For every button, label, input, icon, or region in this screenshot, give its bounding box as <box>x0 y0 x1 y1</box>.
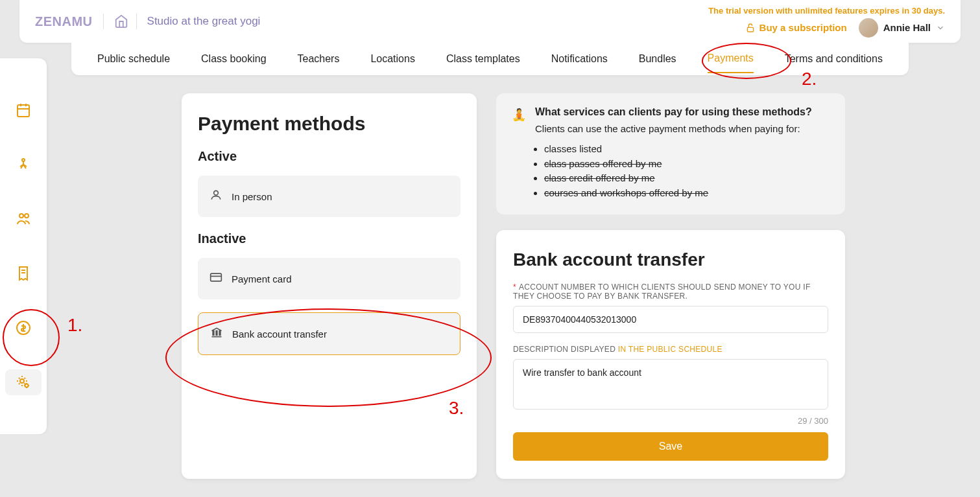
user-name: Annie Hall <box>883 22 931 33</box>
tab-class-templates[interactable]: Class templates <box>446 45 520 73</box>
payment-methods-panel: Payment methods Active In person Inactiv… <box>182 93 477 479</box>
method-in-person[interactable]: In person <box>198 176 460 217</box>
account-label: *ACCOUNT NUMBER TO WHICH CLIENTS SHOULD … <box>513 283 828 301</box>
info-list-item: courses and workshops offered by me <box>544 186 830 201</box>
bank-icon <box>210 326 223 341</box>
studio-name[interactable]: Studio at the great yogi <box>147 15 261 28</box>
annotation-label-1: 1. <box>67 315 82 336</box>
svg-point-12 <box>25 384 29 387</box>
sidebar-yoga[interactable] <box>0 152 47 178</box>
description-input[interactable] <box>513 359 828 410</box>
svg-point-13 <box>214 191 219 195</box>
yoga-icon <box>16 157 31 172</box>
svg-rect-0 <box>747 27 753 32</box>
method-bank-transfer[interactable]: Bank account transfer <box>198 312 460 355</box>
svg-rect-16 <box>213 331 214 336</box>
bank-transfer-form: Bank account transfer *ACCOUNT NUMBER TO… <box>496 230 845 479</box>
user-menu[interactable]: Annie Hall <box>859 18 945 38</box>
method-label: In person <box>232 191 272 202</box>
sidebar-people[interactable] <box>0 206 47 232</box>
method-label: Payment card <box>232 273 292 284</box>
sidebar-dollar[interactable] <box>0 315 47 341</box>
svg-point-6 <box>19 214 23 218</box>
info-list-item: class passes offered by me <box>544 157 830 172</box>
tab-payments[interactable]: Payments <box>708 45 754 73</box>
tab-public-schedule[interactable]: Public schedule <box>97 45 170 73</box>
save-button[interactable]: Save <box>513 432 828 461</box>
tab-locations[interactable]: Locations <box>370 45 415 73</box>
tab-teachers[interactable]: Teachers <box>298 45 340 73</box>
info-list-item: class credit offered by me <box>544 171 830 186</box>
method-payment-card[interactable]: Payment card <box>198 258 460 299</box>
svg-point-5 <box>22 159 25 161</box>
panel-title: Payment methods <box>198 113 460 135</box>
svg-rect-18 <box>219 331 221 336</box>
info-emoji-icon: 🧘 <box>512 108 526 122</box>
buy-subscription-link[interactable]: Buy a subscription <box>745 22 847 33</box>
settings-icon <box>16 375 31 390</box>
avatar <box>859 18 878 38</box>
calendar-icon <box>16 102 31 118</box>
divider <box>136 14 137 29</box>
svg-rect-14 <box>211 273 222 281</box>
account-number-input[interactable] <box>513 306 828 333</box>
tab-terms[interactable]: Terms and conditions <box>785 45 883 73</box>
form-title: Bank account transfer <box>513 248 708 271</box>
svg-point-7 <box>25 214 29 218</box>
trial-notice: The trial version with unlimited feature… <box>708 6 945 16</box>
card-icon <box>209 271 222 286</box>
info-box: 🧘 What services can clients pay for usin… <box>496 93 845 214</box>
svg-rect-17 <box>216 331 217 336</box>
people-icon <box>15 211 32 227</box>
info-title: What services can clients pay for using … <box>535 106 812 118</box>
svg-point-11 <box>20 379 24 383</box>
sidebar <box>0 58 47 434</box>
inactive-heading: Inactive <box>198 231 460 246</box>
person-icon <box>209 189 222 204</box>
sidebar-settings[interactable] <box>5 369 42 395</box>
info-subtitle: Clients can use the active payment metho… <box>535 123 812 134</box>
logo[interactable]: ZENAMU <box>35 14 93 29</box>
svg-rect-1 <box>18 105 29 117</box>
active-heading: Active <box>198 149 460 164</box>
lock-icon <box>745 23 756 33</box>
chevron-down-icon <box>936 23 945 32</box>
divider <box>103 14 104 29</box>
dollar-icon <box>16 320 31 336</box>
tab-bundles[interactable]: Bundles <box>639 45 676 73</box>
description-label: DESCRIPTION DISPLAYED IN THE PUBLIC SCHE… <box>513 345 828 354</box>
top-bar: ZENAMU Studio at the great yogi The tria… <box>19 0 961 43</box>
home-icon[interactable] <box>114 14 128 29</box>
info-list-item: classes listed <box>544 142 830 157</box>
info-list: classes listed class passes offered by m… <box>512 142 830 200</box>
tab-notifications[interactable]: Notifications <box>551 45 608 73</box>
sidebar-calendar[interactable] <box>0 97 47 123</box>
method-label: Bank account transfer <box>232 329 327 340</box>
sidebar-receipt[interactable] <box>0 260 47 286</box>
tab-class-booking[interactable]: Class booking <box>201 45 267 73</box>
tabs-bar: Public schedule Class booking Teachers L… <box>71 43 909 75</box>
receipt-icon <box>16 266 31 281</box>
char-count: 29 / 300 <box>513 416 828 426</box>
